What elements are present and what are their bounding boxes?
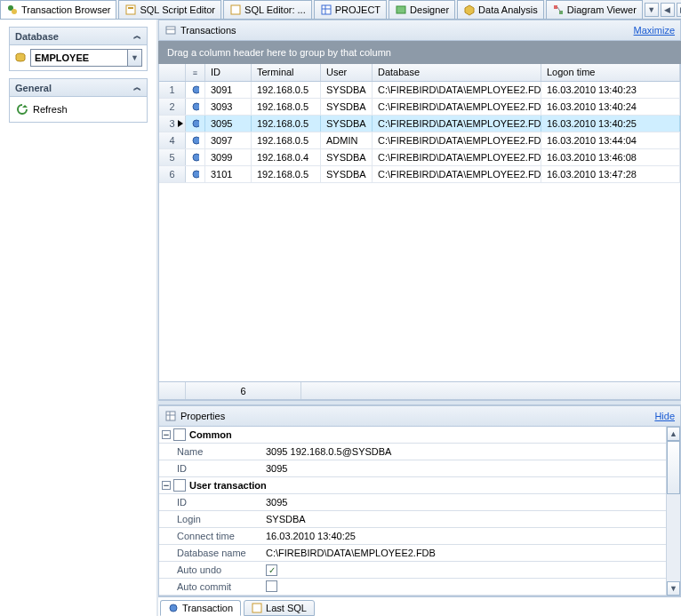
column-id[interactable]: ID [205, 64, 252, 81]
refresh-button[interactable]: Refresh [14, 100, 142, 118]
group-by-area[interactable]: Drag a column header here to group by th… [158, 41, 681, 64]
row-status-icon [186, 116, 205, 132]
transaction-icon [168, 603, 179, 613]
property-row[interactable]: Name3095 192.168.0.5@SYSDBA [159, 444, 666, 460]
cell: 192.168.0.4 [252, 149, 321, 165]
expand-icon[interactable]: − [159, 481, 173, 490]
properties-title: Properties [180, 411, 225, 421]
svg-point-19 [193, 120, 199, 127]
property-row[interactable]: LoginSYSDBA [159, 511, 666, 528]
tab-project[interactable]: PROJECT [314, 0, 387, 19]
cell: C:\FIREBIRD\DATA\EMPLOYEE2.FDB [373, 149, 541, 165]
column-database[interactable]: Database [373, 64, 541, 81]
row-header[interactable]: 1 [159, 82, 186, 98]
cell: 16.03.2010 13:40:25 [541, 116, 680, 132]
cell: ADMIN [321, 132, 373, 148]
table-icon [320, 4, 332, 16]
bottom-tab-label: Transaction [182, 603, 233, 613]
row-header[interactable]: 6 [159, 166, 186, 182]
svg-rect-3 [128, 7, 133, 9]
property-row[interactable]: Auto commit [159, 579, 666, 596]
table-row[interactable]: 63101192.168.0.5SYSDBAC:\FIREBIRD\DATA\E… [159, 166, 680, 183]
row-header[interactable]: 2 [159, 99, 186, 115]
maximize-link[interactable]: Maximize [634, 25, 675, 36]
hide-link[interactable]: Hide [654, 411, 675, 421]
tab-data-analysis[interactable]: Data Analysis [457, 0, 544, 19]
bottom-tab-label: Last SQL [266, 603, 307, 613]
grid-header: ≡ ID Terminal User Database Logon time [159, 64, 680, 82]
grid-body[interactable]: 13091192.168.0.5SYSDBAC:\FIREBIRD\DATA\E… [159, 82, 680, 381]
cell: C:\FIREBIRD\DATA\EMPLOYEE2.FDB [373, 82, 541, 98]
database-icon [14, 52, 27, 64]
tab-sql-script-editor[interactable]: SQL Script Editor [118, 0, 221, 19]
cell: 192.168.0.5 [252, 166, 321, 182]
cell: C:\FIREBIRD\DATA\EMPLOYEE2.FDB [373, 166, 541, 182]
property-checkbox[interactable] [266, 580, 277, 592]
property-category[interactable]: −User transaction [159, 477, 666, 494]
scroll-up-button[interactable]: ▲ [667, 427, 680, 441]
row-header[interactable]: 5 [159, 149, 186, 165]
property-value: C:\FIREBIRD\DATA\EMPLOYEE2.FDB [262, 548, 666, 558]
property-row[interactable]: Connect time16.03.2010 13:40:25 [159, 528, 666, 545]
property-row[interactable]: ID3095 [159, 460, 666, 477]
property-category[interactable]: −Common [159, 427, 666, 444]
tab-label: Data Analysis [478, 4, 538, 15]
cube-icon [463, 4, 476, 16]
properties-bar: Properties Hide [158, 405, 681, 427]
row-header[interactable]: 4 [159, 132, 186, 148]
tab-label: Transaction Browser [21, 4, 110, 15]
svg-point-20 [193, 137, 199, 144]
property-checkbox[interactable] [266, 564, 277, 576]
property-row[interactable]: Database nameC:\FIREBIRD\DATA\EMPLOYEE2.… [159, 545, 666, 562]
svg-point-21 [193, 154, 199, 161]
tab-dropdown-button[interactable]: ▼ [645, 3, 659, 17]
sidebar-database-header[interactable]: Database ︽ [9, 27, 148, 45]
category-icon [173, 479, 186, 492]
cell: 3093 [205, 99, 252, 115]
tab-sql-editor[interactable]: SQL Editor: ... [223, 0, 312, 19]
table-row[interactable]: 53099192.168.0.4SYSDBAC:\FIREBIRD\DATA\E… [159, 149, 680, 166]
diagram-icon [552, 4, 565, 16]
cell: 3101 [205, 166, 252, 182]
row-header[interactable]: 3 [159, 116, 186, 132]
property-row[interactable]: ID3095 [159, 494, 666, 511]
table-row[interactable]: 23093192.168.0.5SYSDBAC:\FIREBIRD\DATA\E… [159, 99, 680, 116]
bottom-tab-transaction[interactable]: Transaction [160, 600, 241, 616]
property-label: Auto undo [173, 564, 262, 575]
refresh-label: Refresh [33, 104, 68, 115]
svg-point-26 [170, 604, 177, 612]
tab-scroll-right-button[interactable]: ▶ [677, 3, 681, 17]
column-logon-time[interactable]: Logon time [541, 64, 680, 81]
tab-label: PROJECT [335, 4, 381, 15]
expand-icon[interactable]: − [159, 430, 173, 439]
table-row[interactable]: 13091192.168.0.5SYSDBAC:\FIREBIRD\DATA\E… [159, 82, 680, 99]
tab-label: SQL Editor: ... [244, 4, 306, 15]
sidebar-general-header[interactable]: General ︽ [9, 78, 148, 97]
properties-panel: Properties Hide −CommonName3095 192.168.… [158, 405, 681, 596]
cell: 16.03.2010 13:40:23 [541, 82, 680, 98]
svg-marker-9 [465, 5, 474, 15]
table-row[interactable]: 43097192.168.0.5ADMINC:\FIREBIRD\DATA\EM… [159, 132, 680, 149]
property-value: 16.03.2010 13:40:25 [262, 531, 666, 541]
bottom-tab-last-sql[interactable]: Last SQL [244, 600, 315, 616]
column-user[interactable]: User [321, 64, 373, 81]
scroll-thumb[interactable] [667, 441, 680, 494]
svg-rect-10 [554, 5, 557, 9]
tab-scroll-left-button[interactable]: ◀ [661, 3, 675, 17]
tab-designer[interactable]: Designer [389, 0, 455, 19]
cell: 16.03.2010 13:40:24 [541, 99, 680, 115]
cell: 192.168.0.5 [252, 116, 321, 132]
property-row[interactable]: Auto undo [159, 562, 666, 579]
table-row[interactable]: 33095192.168.0.5SYSDBAC:\FIREBIRD\DATA\E… [159, 116, 680, 132]
tab-transaction-browser[interactable]: Transaction Browser [0, 0, 116, 19]
database-select[interactable]: EMPLOYEE ▼ [30, 49, 142, 67]
sidebar: Database ︽ EMPLOYEE ▼ General ︽ [0, 20, 158, 616]
property-label: Connect time [173, 531, 262, 541]
cell: SYSDBA [321, 116, 373, 132]
scroll-down-button[interactable]: ▼ [667, 581, 680, 596]
tab-diagram-viewer[interactable]: Diagram Viewer [546, 0, 643, 19]
sql-icon [252, 603, 262, 613]
property-label: Database name [173, 548, 262, 558]
properties-scrollbar[interactable]: ▲ ▼ [666, 427, 680, 596]
column-terminal[interactable]: Terminal [252, 64, 321, 81]
